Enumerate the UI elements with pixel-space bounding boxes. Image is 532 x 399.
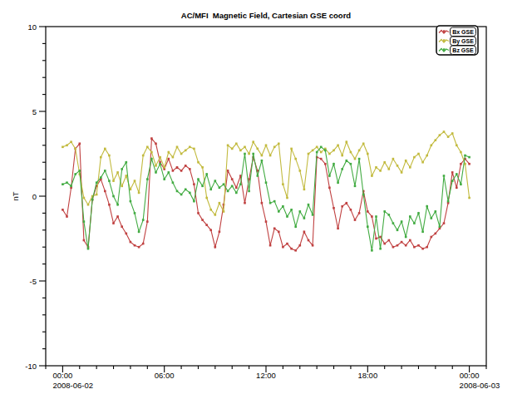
data-point-marker [324,163,327,165]
data-point-marker [205,197,208,200]
magnetic-field-chart: AC/MFI Magnetic Field, Cartesian GSE coo… [0,0,532,399]
data-point-marker [159,156,161,159]
data-point-marker [316,151,318,154]
data-point-marker [155,171,157,174]
data-point-marker [367,225,369,228]
data-point-marker [299,244,302,247]
legend-label-by-gse: By GSE [452,38,474,45]
y-tick-label: -5 [30,277,37,286]
data-point-marker [159,163,161,165]
data-point-marker [83,197,86,200]
data-point-marker [189,146,191,149]
data-point-marker [235,187,238,190]
data-point-marker [350,151,352,154]
x-tick-label: 06:00 [155,371,175,380]
data-point-marker [265,181,268,184]
data-point-marker [341,205,343,208]
data-point-marker [146,220,149,223]
data-point-marker [290,209,293,211]
data-point-marker [201,185,204,188]
data-point-marker [312,244,314,247]
data-point-marker [180,194,183,196]
data-point-marker [282,205,284,208]
data-point-marker [405,244,407,247]
data-point-marker [401,220,403,223]
data-point-marker [443,131,446,133]
data-point-marker [431,236,433,239]
x-tick-label: 12:00 [256,371,276,380]
data-point-marker [214,246,217,249]
data-point-marker [303,217,306,219]
data-point-marker [185,189,187,191]
data-point-marker [150,158,153,160]
data-point-marker [409,239,411,242]
data-point-marker [252,153,254,155]
data-point-marker [257,175,259,177]
data-point-marker [417,212,420,214]
data-point-marker [209,229,212,232]
data-point-marker [121,225,123,228]
data-point-marker [456,145,458,147]
data-point-marker [388,239,391,242]
data-point-marker [261,155,264,157]
data-point-marker [269,155,272,157]
chart-title: AC/MFI Magnetic Field, Cartesian GSE coo… [181,11,351,20]
data-point-marker [265,220,268,223]
y-tick-label: 10 [27,22,37,32]
data-point-marker [239,150,242,152]
data-point-marker [219,202,221,204]
data-point-marker [231,185,234,188]
legend-label-bx-gse: Bx GSE [452,29,474,35]
data-point-marker [286,197,288,200]
data-point-marker [201,219,204,221]
data-point-marker [252,140,254,143]
data-point-marker [278,210,280,213]
bz-gse-line [62,147,469,250]
data-point-marker [100,176,102,179]
data-point-marker [320,151,323,154]
data-point-marker [163,178,165,180]
data-point-marker [172,181,175,184]
data-point-marker [451,132,454,135]
data-point-marker [269,202,272,204]
data-point-marker [214,214,217,216]
data-point-marker [66,145,68,147]
data-point-marker [227,190,229,193]
data-point-marker [269,244,272,247]
data-point-marker [354,158,357,160]
data-point-marker [294,249,297,252]
data-point-marker [405,160,407,162]
data-point-marker [142,219,145,221]
data-point-marker [460,163,462,165]
data-point-marker [112,180,115,182]
data-point-marker [193,200,195,203]
y-tick-label: 0 [32,192,37,201]
data-point-marker [134,212,136,214]
data-point-marker [379,248,382,250]
data-point-marker [468,156,470,159]
data-point-marker [405,236,407,239]
data-point-marker [426,246,428,249]
data-point-marker [413,156,416,159]
data-point-marker [62,146,64,149]
data-point-marker [324,150,327,152]
data-point-marker [435,233,437,235]
data-point-marker [312,214,314,216]
data-point-marker [66,181,68,184]
data-point-marker [112,195,115,198]
data-point-marker [150,151,153,154]
data-point-marker [443,222,446,224]
data-point-marker [79,170,81,172]
data-point-marker [231,148,234,150]
y-axis-label: nT [11,191,20,200]
data-point-marker [460,183,462,185]
data-point-marker [409,215,411,218]
plot-page: AC/MFI Magnetic Field, Cartesian GSE coo… [0,0,532,399]
data-point-marker [379,236,382,239]
data-point-marker [142,243,145,245]
data-point-marker [134,244,136,247]
data-point-marker [168,151,170,154]
data-point-marker [235,143,238,145]
data-point-marker [426,205,428,208]
data-point-marker [397,165,399,167]
